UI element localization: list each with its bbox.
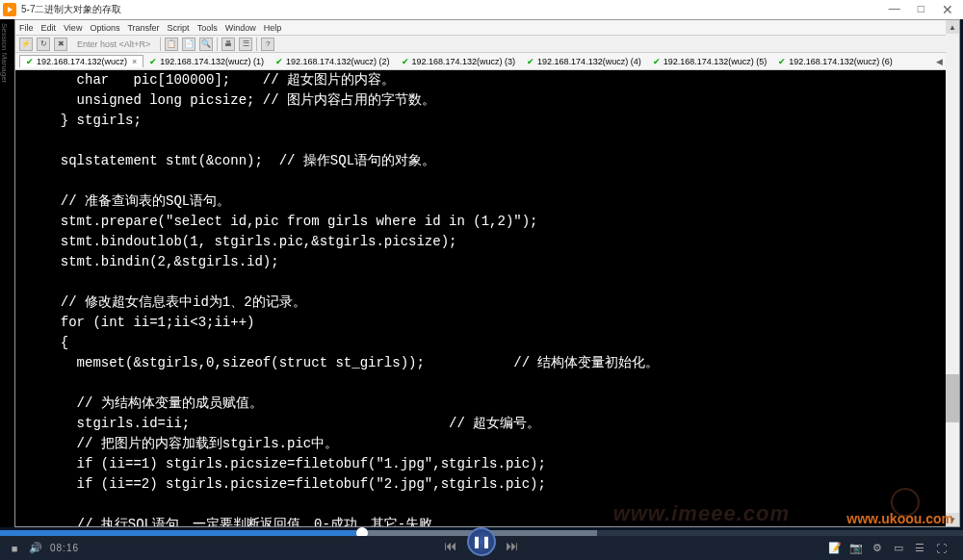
tab-label: 192.168.174.132(wucz) (6) — [789, 57, 893, 66]
toolbar-separator — [256, 38, 257, 51]
menu-view[interactable]: View — [64, 23, 82, 33]
left-dock-strip: Session Manager — [0, 19, 14, 527]
playlist-icon[interactable]: ☰ — [913, 542, 926, 555]
aspect-icon[interactable]: ▭ — [892, 542, 905, 555]
check-icon: ✔ — [402, 57, 409, 66]
toolbar-connect-icon[interactable]: ⚡ — [19, 38, 33, 51]
toolbar-separator — [217, 38, 218, 51]
scroll-up-icon[interactable]: ▲ — [946, 20, 959, 34]
check-icon: ✔ — [275, 57, 283, 66]
watermark-url: www.ukoou.com — [846, 511, 953, 526]
check-icon: ✔ — [653, 57, 661, 66]
playback-time: 08:16 — [50, 543, 79, 553]
check-icon: ✔ — [149, 57, 157, 66]
settings-icon[interactable]: ⚙ — [871, 542, 884, 555]
toolbar-separator — [160, 38, 161, 51]
session-tab[interactable]: ✔ 192.168.174.132(wucz) (5) — [647, 56, 773, 67]
toolbar-help-icon[interactable]: ? — [261, 38, 274, 51]
tab-label: 192.168.174.132(wucz) (1) — [160, 57, 264, 66]
play-controls: ⏮ ❚❚ ⏭ — [444, 531, 519, 560]
menu-script[interactable]: Script — [168, 23, 190, 33]
play-pause-button[interactable]: ❚❚ — [467, 527, 496, 556]
menu-file[interactable]: File — [19, 23, 34, 33]
session-tab[interactable]: ✔ 192.168.174.132(wucz) (6) — [772, 56, 898, 67]
scroll-thumb[interactable] — [946, 374, 959, 422]
volume-icon[interactable]: 🔊 — [29, 542, 42, 555]
player-app-icon — [3, 3, 16, 16]
camera-icon[interactable]: 📷 — [849, 542, 863, 555]
prev-track-icon[interactable]: ⏮ — [444, 538, 457, 553]
toolbar-paste-icon[interactable]: 📄 — [182, 38, 195, 51]
toolbar-reconnect-icon[interactable]: ↻ — [37, 38, 50, 51]
toolbar-print-icon[interactable]: 🖶 — [221, 38, 235, 51]
tab-label: 192.168.174.132(wucz) — [37, 57, 127, 66]
tabstrip: ✔ 192.168.174.132(wucz) × ✔ 192.168.174.… — [15, 53, 959, 70]
session-tab[interactable]: ✔ 192.168.174.132(wucz) (1) — [143, 56, 270, 67]
toolbar: ⚡ ↻ ✖ Enter host <Alt+R> 📋 📄 🔍 🖶 ☰ ? — [15, 36, 959, 53]
terminal-scrollbar[interactable]: ▲ ▼ — [946, 20, 959, 526]
maximize-button[interactable]: □ — [918, 2, 924, 17]
watermark-faint: www.imeee.com — [613, 501, 790, 526]
session-tab[interactable]: ✔ 192.168.174.132(wucz) (3) — [396, 56, 522, 67]
toolbar-props-icon[interactable]: ☰ — [239, 38, 252, 51]
tab-label: 192.168.174.132(wucz) (4) — [537, 57, 641, 66]
toolbar-disconnect-icon[interactable]: ✖ — [54, 38, 67, 51]
left-dock-label: Session Manager — [0, 19, 9, 83]
menu-tools[interactable]: Tools — [197, 23, 218, 33]
check-icon: ✔ — [26, 57, 34, 66]
menu-window[interactable]: Window — [225, 23, 256, 33]
host-input[interactable]: Enter host <Alt+R> — [71, 39, 156, 49]
menubar: File Edit View Options Transfer Script T… — [15, 20, 959, 36]
player-title: 5-7二进制大对象的存取 — [21, 3, 889, 16]
menu-transfer[interactable]: Transfer — [127, 23, 159, 33]
menu-edit[interactable]: Edit — [41, 23, 57, 33]
close-button[interactable]: ✕ — [942, 2, 953, 17]
session-tab[interactable]: ✔ 192.168.174.132(wucz) (4) — [521, 56, 647, 67]
minimize-button[interactable]: — — [889, 2, 900, 17]
session-tab[interactable]: ✔ 192.168.174.132(wucz) (2) — [270, 56, 396, 67]
tab-close-icon[interactable]: × — [132, 57, 137, 66]
menu-options[interactable]: Options — [90, 23, 119, 33]
check-icon: ✔ — [527, 57, 534, 66]
fullscreen-icon[interactable]: ⛶ — [934, 542, 948, 555]
toolbar-copy-icon[interactable]: 📋 — [165, 38, 178, 51]
player-titlebar: 5-7二进制大对象的存取 — □ ✕ — [0, 0, 963, 19]
tab-label: 192.168.174.132(wucz) (5) — [664, 57, 768, 66]
session-tab[interactable]: ✔ 192.168.174.132(wucz) × — [19, 55, 143, 67]
tab-scroll-left-icon[interactable]: ◀ — [936, 57, 943, 66]
tab-label: 192.168.174.132(wucz) (2) — [286, 57, 390, 66]
menu-help[interactable]: Help — [264, 23, 282, 33]
terminal-window: File Edit View Options Transfer Script T… — [14, 19, 960, 527]
tab-label: 192.168.174.132(wucz) (3) — [412, 57, 516, 66]
next-track-icon[interactable]: ⏭ — [506, 538, 519, 553]
toolbar-find-icon[interactable]: 🔍 — [199, 38, 213, 51]
stop-icon[interactable]: ■ — [8, 542, 21, 555]
check-icon: ✔ — [778, 57, 786, 66]
subtitle-icon[interactable]: 📝 — [828, 542, 842, 555]
terminal-view[interactable]: char pic[100000]; // 超女图片的内容。 unsigned l… — [15, 70, 959, 526]
